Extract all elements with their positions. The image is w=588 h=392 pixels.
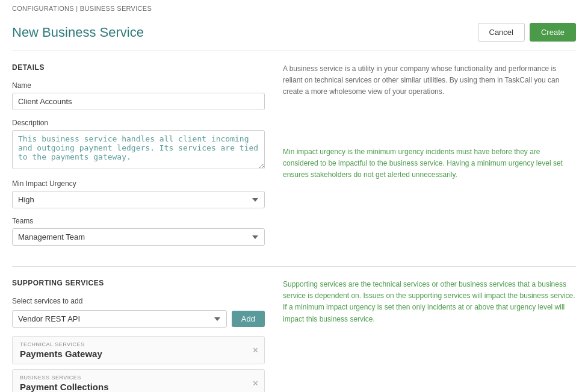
- teams-label: Teams: [12, 217, 265, 225]
- create-button[interactable]: Create: [530, 23, 576, 42]
- teams-select[interactable]: Management Team Development Team Operati…: [12, 228, 265, 246]
- remove-payments-gateway-button[interactable]: ×: [253, 346, 258, 355]
- min-impact-field-group: Min Impact Urgency High Medium Low: [12, 179, 265, 208]
- service-item-type-label: TECHNICAL SERVICES: [20, 341, 257, 347]
- name-field-group: Name: [12, 81, 265, 110]
- cancel-button[interactable]: Cancel: [478, 23, 525, 42]
- details-form: DETAILS Name Description This business s…: [12, 63, 265, 254]
- supporting-info: Supporting services are the technical se…: [283, 279, 576, 392]
- details-section-title: DETAILS: [12, 63, 265, 72]
- details-info: A business service is a utility in your …: [283, 63, 576, 254]
- name-label: Name: [12, 81, 265, 90]
- supporting-section-title: SUPPORTING SERVICES: [12, 279, 265, 287]
- supporting-form: SUPPORTING SERVICES Select services to a…: [12, 279, 265, 392]
- name-input[interactable]: [12, 93, 265, 110]
- select-services-label: Select services to add: [12, 297, 265, 305]
- description-label: Description: [12, 119, 265, 127]
- description-field-group: Description This business service handle…: [12, 119, 265, 171]
- supporting-layout: SUPPORTING SERVICES Select services to a…: [12, 279, 576, 392]
- add-service-button[interactable]: Add: [232, 311, 265, 327]
- min-impact-select[interactable]: High Medium Low: [12, 191, 265, 208]
- details-info-text: A business service is a utility in your …: [283, 63, 576, 98]
- service-item-name: Payments Gateway: [20, 349, 257, 359]
- header-actions: Cancel Create: [478, 23, 577, 42]
- teams-field-group: Teams Management Team Development Team O…: [12, 217, 265, 246]
- details-section: DETAILS Name Description This business s…: [0, 51, 588, 266]
- service-item-payments-gateway: TECHNICAL SERVICES Payments Gateway ×: [12, 336, 265, 364]
- service-select[interactable]: Vendor REST API Payment API Auth Service: [12, 310, 227, 328]
- service-item-type-label: BUSINESS SERVICES: [20, 375, 257, 381]
- description-input[interactable]: This business service handles all client…: [12, 130, 265, 169]
- page-header: New Business Service Cancel Create: [0, 17, 588, 51]
- remove-payment-collections-button[interactable]: ×: [253, 379, 258, 388]
- min-impact-info-text: Min impact urgency is the minimum urgenc…: [283, 146, 576, 181]
- supporting-section: SUPPORTING SERVICES Select services to a…: [0, 267, 588, 392]
- breadcrumb: CONFIGURATIONS | BUSINESS SERVICES: [0, 0, 588, 17]
- add-service-row: Vendor REST API Payment API Auth Service…: [12, 310, 265, 328]
- service-item-name: Payment Collections: [20, 382, 257, 392]
- service-item-payment-collections: BUSINESS SERVICES Payment Collections ×: [12, 369, 265, 392]
- supporting-info-text: Supporting services are the technical se…: [283, 279, 576, 325]
- min-impact-label: Min Impact Urgency: [12, 179, 265, 188]
- page-title: New Business Service: [12, 25, 144, 40]
